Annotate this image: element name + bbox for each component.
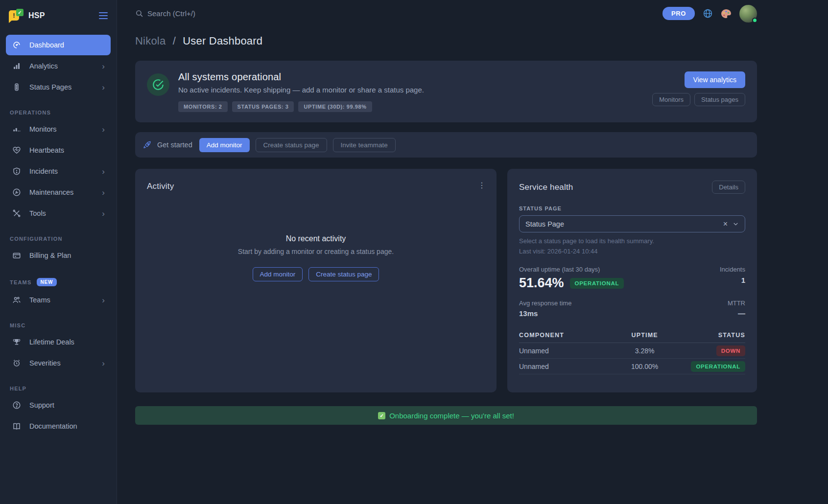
chevron-right-icon: ›	[102, 167, 105, 176]
check-circle-icon	[147, 73, 169, 96]
sidebar-item-billing[interactable]: Billing & Plan	[6, 245, 111, 266]
sidebar: ! ✓ HSP Dashboard Analytics › Status Pag…	[0, 0, 117, 504]
wrench-circle-icon	[12, 187, 22, 197]
heartbeat-icon	[12, 145, 22, 155]
rocket-icon	[143, 141, 151, 149]
avg-response-label: Avg response time	[519, 299, 571, 307]
details-button[interactable]: Details	[712, 181, 745, 194]
traffic-light-icon	[12, 82, 22, 92]
avg-response-value: 13ms	[519, 309, 571, 318]
app-logo-icon: ! ✓	[9, 9, 24, 23]
select-helper-text: Select a status page to load its health …	[519, 237, 745, 245]
empty-state-subtitle: Start by adding a monitor or creating a …	[147, 248, 485, 255]
search-wrap	[135, 9, 265, 18]
user-avatar[interactable]	[739, 5, 757, 23]
breadcrumb: Nikola / User Dashboard	[135, 35, 757, 47]
onboarding-banner: ✓ Onboarding complete — you're all set!	[135, 406, 757, 425]
sidebar-item-documentation[interactable]: Documentation	[6, 416, 111, 436]
empty-state-title: No recent activity	[147, 234, 485, 243]
clear-selection-icon[interactable]: ×	[723, 220, 728, 228]
sidebar-item-label: Lifetime Deals	[29, 338, 74, 346]
status-page-select[interactable]: Status Page ×	[519, 215, 745, 232]
sidebar-item-tools[interactable]: Tools ›	[6, 203, 111, 224]
hero-title: All systems operational	[178, 71, 424, 83]
sidebar-item-monitors[interactable]: Monitors ›	[6, 119, 111, 139]
chevron-right-icon: ›	[102, 209, 105, 218]
hamburger-menu-icon[interactable]	[99, 12, 108, 19]
sidebar-section-operations: OPERATIONS	[10, 110, 117, 115]
header-uptime: UPTIME	[609, 332, 681, 339]
sidebar-item-incidents[interactable]: Incidents ›	[6, 161, 111, 182]
sidebar-item-label: Incidents	[29, 167, 58, 175]
gauge-icon	[12, 40, 22, 50]
online-status-dot	[752, 18, 757, 23]
sidebar-item-label: Severities	[29, 359, 61, 367]
service-health-card: Service health Details STATUS PAGE Statu…	[507, 169, 757, 392]
header-component: COMPONENT	[519, 332, 609, 339]
sidebar-item-label: Documentation	[29, 422, 77, 430]
table-row[interactable]: Unnamed 100.00% OPERATIONAL	[519, 359, 745, 374]
down-badge: DOWN	[716, 345, 745, 356]
hero-subtitle: No active incidents. Keep shipping — add…	[178, 86, 424, 94]
uptime-badge: UPTIME (30D): 99.98%	[298, 101, 372, 112]
check-emoji-icon: ✓	[378, 412, 385, 419]
sidebar-item-status-pages[interactable]: Status Pages ›	[6, 77, 111, 97]
monitors-button[interactable]: Monitors	[652, 93, 690, 106]
sidebar-item-dashboard[interactable]: Dashboard	[6, 35, 111, 55]
service-health-title: Service health	[519, 183, 573, 192]
chevron-down-icon[interactable]	[733, 221, 739, 227]
sidebar-item-teams[interactable]: Teams ›	[6, 290, 111, 310]
sidebar-item-maintenances[interactable]: Maintenances ›	[6, 182, 111, 203]
sidebar-section-teams: TEAMS NEW	[10, 278, 117, 286]
pro-badge[interactable]: PRO	[662, 7, 695, 20]
sidebar-item-support[interactable]: Support	[6, 395, 111, 415]
empty-create-status-page-button[interactable]: Create status page	[308, 267, 379, 281]
topbar: PRO	[135, 0, 757, 27]
globe-icon[interactable]	[703, 8, 713, 19]
incidents-stat-value: 1	[720, 276, 745, 284]
create-status-page-button[interactable]: Create status page	[256, 138, 327, 152]
sidebar-item-label: Dashboard	[29, 41, 64, 49]
status-pages-count-badge: STATUS PAGES: 3	[232, 101, 294, 112]
sidebar-item-label: Maintenances	[29, 188, 73, 196]
activity-empty-state: No recent activity Start by adding a mon…	[147, 234, 485, 281]
sidebar-item-analytics[interactable]: Analytics ›	[6, 56, 111, 76]
sidebar-item-lifetime-deals[interactable]: Lifetime Deals	[6, 332, 111, 352]
sidebar-item-label: Analytics	[29, 62, 58, 70]
users-icon	[12, 295, 22, 305]
chevron-right-icon: ›	[102, 359, 105, 367]
view-analytics-button[interactable]: View analytics	[685, 71, 745, 88]
empty-add-monitor-button[interactable]: Add monitor	[253, 267, 303, 281]
sidebar-section-configuration: CONFIGURATION	[10, 236, 117, 242]
logo-row: ! ✓ HSP	[0, 0, 117, 31]
alarm-clock-icon	[12, 358, 22, 368]
table-row[interactable]: Unnamed 3.28% DOWN	[519, 343, 745, 359]
theme-palette-icon[interactable]	[721, 9, 732, 19]
get-started-bar: Get started Add monitor Create status pa…	[135, 132, 757, 158]
logo-check-icon: ✓	[16, 9, 24, 16]
book-icon	[12, 421, 22, 431]
component-uptime: 100.00%	[609, 363, 681, 370]
get-started-label: Get started	[157, 141, 192, 149]
add-monitor-button[interactable]: Add monitor	[199, 138, 250, 152]
status-page-field-label: STATUS PAGE	[519, 206, 745, 211]
uptime-stat-value: 51.64%	[519, 275, 564, 291]
status-pages-button[interactable]: Status pages	[694, 93, 745, 106]
search-input[interactable]	[147, 9, 265, 18]
sidebar-item-label: Billing & Plan	[29, 252, 71, 259]
breadcrumb-parent[interactable]: Nikola	[135, 35, 166, 47]
invite-teammate-button[interactable]: Invite teammate	[333, 138, 396, 152]
sidebar-item-heartbeats[interactable]: Heartbeats	[6, 140, 111, 160]
sidebar-item-label: Support	[29, 401, 54, 409]
activity-card: Activity ⋮ No recent activity Start by a…	[135, 169, 497, 392]
uptime-stat-label: Overall uptime (last 30 days)	[519, 266, 624, 273]
chevron-right-icon: ›	[102, 62, 105, 70]
table-header-row: COMPONENT UPTIME STATUS	[519, 327, 745, 343]
sidebar-item-severities[interactable]: Severities ›	[6, 353, 111, 373]
brand-name: HSP	[28, 11, 45, 20]
activity-title: Activity	[147, 182, 485, 191]
operational-badge: OPERATIONAL	[691, 361, 745, 372]
components-table: COMPONENT UPTIME STATUS Unnamed 3.28% DO…	[519, 327, 745, 374]
trophy-icon	[12, 337, 22, 347]
kebab-menu-icon[interactable]: ⋮	[478, 181, 486, 190]
